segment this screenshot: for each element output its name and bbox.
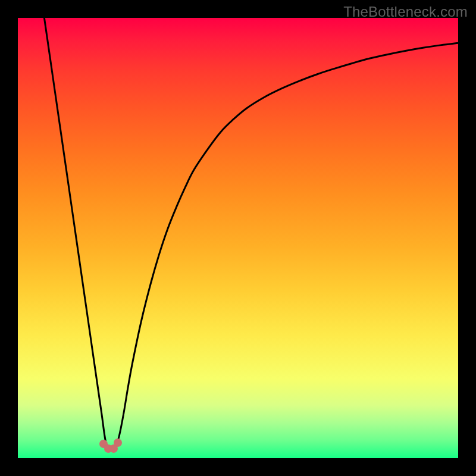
curve-marker [114, 439, 122, 447]
marker-layer [18, 18, 458, 458]
attribution-text: TheBottleneck.com [343, 4, 468, 20]
chart-frame: TheBottleneck.com [0, 0, 476, 476]
plot-area [18, 18, 458, 458]
